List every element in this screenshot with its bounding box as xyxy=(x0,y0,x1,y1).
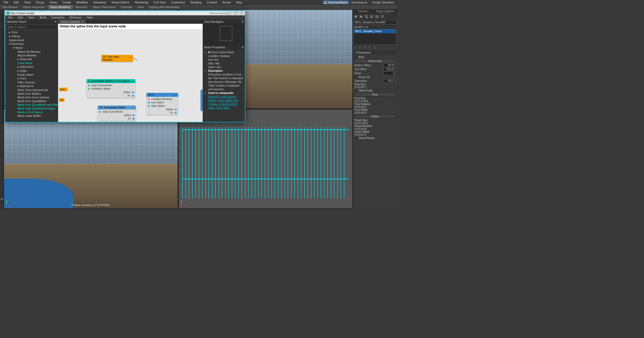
mcg-menu-view[interactable]: View xyxy=(26,16,37,19)
utilities-tab-icon[interactable] xyxy=(380,14,385,19)
ribbon-basic-modeling[interactable]: Basic Modeling xyxy=(48,5,73,9)
depot-tree-item[interactable]: Mesh from QuadMesh xyxy=(5,99,58,103)
menu-create[interactable]: Create xyxy=(60,0,74,4)
depot-tree-item[interactable]: ▸ Material Id xyxy=(5,84,58,88)
mcg-menu-file[interactable]: File xyxy=(5,16,15,19)
depot-close-icon[interactable]: ✕ xyxy=(54,20,57,23)
mcg-menu-build[interactable]: Build xyxy=(37,16,49,19)
ribbon-lighting[interactable]: Lighting And Rendering xyxy=(146,5,182,9)
post-size-z[interactable]: 48.9 xyxy=(363,100,368,103)
depot-tree-item[interactable]: Mesh Face Element Ids xyxy=(5,88,58,92)
top-offset-spinner[interactable]: 3'10.4" xyxy=(384,68,395,71)
depot-tree-item[interactable]: Empty Mesh xyxy=(5,73,58,77)
show-pickets-checkbox[interactable]: Show Pickets xyxy=(354,136,395,140)
row-size-z[interactable]: 0.7 xyxy=(363,86,367,89)
depot-tree-item[interactable]: ▸ Debug xyxy=(5,34,58,38)
menu-modifiers[interactable]: Modifiers xyxy=(74,0,91,4)
bind-checkbox[interactable]: Bind xyxy=(354,55,395,59)
picket-off-x[interactable]: 0.4 xyxy=(354,133,358,136)
graph-node-stub[interactable]: eNo... xyxy=(59,88,68,91)
menu-tools[interactable]: Tools xyxy=(21,0,34,4)
depot-tree-item[interactable]: ▸ Edge xyxy=(5,69,58,73)
depot-tree-item[interactable]: ▸ Deformers xyxy=(5,65,58,69)
depot-tree-item[interactable]: Mesh Index Buffer xyxy=(5,114,58,118)
menu-content[interactable]: Content xyxy=(204,0,220,4)
graph-node-scenenode-spline-toolspace[interactable]: 3: SceneNode Spline in Tool Space— node … xyxy=(87,79,135,98)
user-badge[interactable]: YourUserName xyxy=(323,1,349,4)
menu-file[interactable]: File xyxy=(1,0,11,4)
depot-tree[interactable]: ▸ Core▸ DebugDeprecated▾ Geometry▾ MeshA… xyxy=(5,30,58,122)
ribbon-view[interactable]: View xyxy=(135,5,146,9)
menu-customize[interactable]: Customize xyxy=(169,0,188,4)
menu-edit[interactable]: Edit xyxy=(11,0,21,4)
fence-line-button[interactable]: Fence-Line xyxy=(354,59,395,63)
view-navigator[interactable] xyxy=(203,24,245,45)
remove-modifier-icon[interactable] xyxy=(368,45,372,50)
menu-arnold[interactable]: Arnold xyxy=(220,0,233,4)
ribbon-populate[interactable]: Populate xyxy=(118,5,135,9)
parameters-rollout-header[interactable]: Parameters xyxy=(353,51,396,55)
depot-tree-item[interactable]: Attach Meshes xyxy=(5,54,58,57)
depot-tree-item[interactable]: Filter Vertices xyxy=(5,80,58,84)
workspace-dropdown[interactable]: Design Standard xyxy=(370,0,396,4)
post-rot-y[interactable]: 0.0 xyxy=(359,106,362,108)
post-off-z[interactable]: 0.0 xyxy=(363,111,367,114)
post-rot-x[interactable]: 0.0 xyxy=(354,106,358,108)
ribbon-object-placement[interactable]: Object Placement xyxy=(90,5,118,9)
depot-tree-item[interactable]: Deprecated xyxy=(5,38,58,42)
create-tab-icon[interactable] xyxy=(353,14,358,19)
rows-spinner[interactable]: 2 xyxy=(384,72,395,75)
graph-node-stub[interactable]: trix xyxy=(59,98,64,102)
depot-tree-item[interactable]: Mesh from QuadMesh with Hidd... xyxy=(5,103,58,107)
post-off-y[interactable]: 0.0 xyxy=(359,111,362,114)
motion-tab-icon[interactable] xyxy=(369,14,374,19)
depot-tree-item[interactable]: Mesh from Buffers xyxy=(5,92,58,96)
modifier-stack[interactable]: MCG_Samples_Fence xyxy=(353,29,396,45)
picket-size-y[interactable]: 0.2 xyxy=(359,122,362,125)
mcg-titlebar[interactable]: Max Creation Graph \Fence.maxtool — ☐ ✕ xyxy=(5,11,245,15)
depot-tree-item[interactable]: ▾ Geometry xyxy=(5,42,58,46)
depot-tree-item[interactable]: ▸ Channels xyxy=(5,57,58,61)
post-size-y[interactable]: 2.0 xyxy=(359,100,362,103)
tab-close-icon[interactable]: ✕ xyxy=(81,20,84,23)
show-end-result-icon[interactable] xyxy=(358,45,362,50)
graph-node-scenenode-spline[interactable]: 20: SceneNode Spline— node SceneNode Spl… xyxy=(98,106,136,121)
menu-help[interactable]: Help xyxy=(233,0,245,4)
depot-tree-item[interactable]: ▾ Mesh xyxy=(5,46,58,50)
menu-graph-editors[interactable]: Graph Editors xyxy=(109,0,132,4)
menu-scripting[interactable]: Scripting xyxy=(188,0,204,4)
viewport-bottom-left[interactable]: RIGHT Project courtesy of TILTPIXEL xyxy=(4,109,178,208)
bottom-offset-spinner[interactable]: 0'2.0" xyxy=(384,64,395,67)
row-size-y[interactable]: 0.0 xyxy=(359,86,362,89)
panel-close-icon[interactable]: ✕ xyxy=(242,46,244,49)
menu-civil-view[interactable]: Civil View xyxy=(151,0,168,4)
force-up-checkbox[interactable]: Force Up xyxy=(354,75,395,79)
graph-node-partial[interactable] xyxy=(201,90,203,111)
menu-animation[interactable]: Animation xyxy=(91,0,109,4)
picket-rot-y[interactable]: 0.0 xyxy=(359,127,362,130)
post-rot-z[interactable]: 0.0 xyxy=(363,106,367,108)
ribbon-object-inspection[interactable]: Object Inspection xyxy=(20,5,48,9)
cmd-tab-scene-explorer[interactable]: Scene Explorer - Design S... xyxy=(375,9,397,14)
post-button[interactable]: Post xyxy=(354,93,395,97)
separation-spinner[interactable]: 0'3.1" xyxy=(384,79,395,83)
depot-tree-item[interactable]: ▸ Face xyxy=(5,77,58,80)
compound-link[interactable]: Color Mesh xyxy=(216,106,230,109)
post-size-x[interactable]: 2.0 xyxy=(354,100,358,103)
picket-rot-x[interactable]: 0.0 xyxy=(354,127,358,130)
configure-sets-icon[interactable] xyxy=(372,45,377,50)
mcg-menu-help[interactable]: Help xyxy=(84,16,95,19)
viewport-bottom-right[interactable] xyxy=(178,109,353,208)
menu-rendering[interactable]: Rendering xyxy=(132,0,151,4)
mcg-menu-edit[interactable]: Edit xyxy=(15,16,26,19)
object-name-field[interactable]: MCG_Samples_Fence001 xyxy=(353,20,396,25)
maximize-icon[interactable]: ☐ xyxy=(233,12,238,15)
ribbon-get-started[interactable]: Get Started xyxy=(0,5,20,9)
depot-tree-item[interactable]: Mesh from Face Vertices xyxy=(5,96,58,99)
show-posts-checkbox[interactable]: Show Posts xyxy=(354,89,395,92)
depot-tree-item[interactable]: Mesh Hide QuadMesh Edges xyxy=(5,107,58,110)
modifier-stack-item[interactable]: MCG_Samples_Fence xyxy=(354,29,396,33)
mcg-window[interactable]: Max Creation Graph \Fence.maxtool — ☐ ✕ … xyxy=(5,11,245,122)
expand-button[interactable]: ▸ xyxy=(0,197,3,201)
panel-close-icon[interactable]: ✕ xyxy=(242,20,244,23)
